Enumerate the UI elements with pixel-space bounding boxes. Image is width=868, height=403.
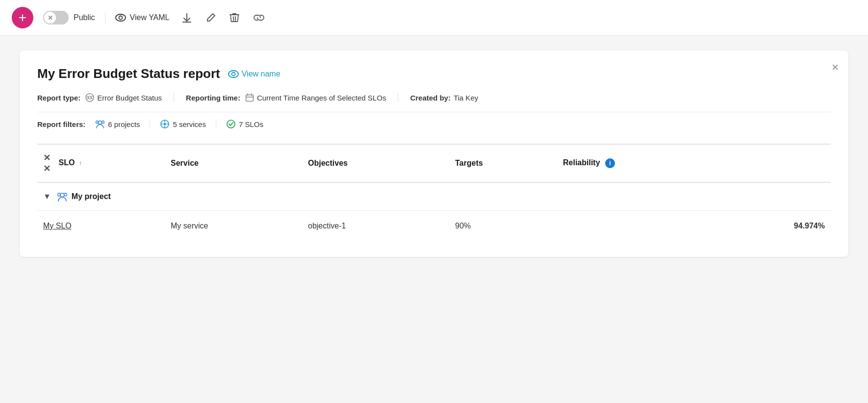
project-row: ▼ My project bbox=[37, 182, 831, 211]
svg-point-6 bbox=[99, 121, 102, 125]
reliability-column-label: Reliability bbox=[563, 158, 600, 167]
svg-point-3 bbox=[231, 72, 235, 76]
report-meta: Report type: Error Budget Status Reporti… bbox=[37, 93, 831, 112]
th-targets: Targets bbox=[449, 144, 557, 182]
created-by-value: Tia Key bbox=[454, 94, 478, 102]
svg-point-11 bbox=[227, 120, 235, 128]
objectives-column-label: Objectives bbox=[308, 159, 348, 167]
trash-icon bbox=[230, 12, 239, 23]
slos-icon bbox=[226, 119, 236, 129]
add-button[interactable]: + bbox=[12, 7, 33, 28]
projects-icon bbox=[95, 120, 105, 128]
link-button[interactable] bbox=[251, 12, 267, 23]
report-filters: Report filters: 6 projects 5 services bbox=[37, 119, 831, 129]
report-type-label: Report type: bbox=[37, 94, 80, 102]
project-name: My project bbox=[72, 192, 111, 201]
view-yaml-button[interactable]: View YAML bbox=[115, 13, 170, 22]
slo-cell: My SLO bbox=[37, 211, 165, 242]
svg-point-0 bbox=[116, 14, 126, 21]
project-chevron-icon[interactable]: ▼ bbox=[43, 192, 51, 201]
svg-point-10 bbox=[164, 123, 166, 126]
eye-icon bbox=[115, 14, 126, 22]
delete-button[interactable] bbox=[228, 10, 241, 25]
svg-point-8 bbox=[102, 121, 104, 124]
meta-created-by: Created by: Tia Key bbox=[410, 94, 490, 102]
link-icon bbox=[253, 14, 265, 21]
report-card: × My Error Budget Status report View nam… bbox=[20, 50, 848, 257]
table-header-row: ✕✕ SLO ↑ Service Objectives Targets Reli bbox=[37, 144, 831, 182]
toolbar-divider-1 bbox=[105, 12, 105, 24]
slo-column-label: SLO bbox=[58, 158, 75, 167]
report-title: My Error Budget Status report bbox=[37, 66, 220, 81]
th-service: Service bbox=[165, 144, 302, 182]
created-by-label: Created by: bbox=[410, 94, 451, 102]
project-cell: ▼ My project bbox=[43, 192, 825, 202]
download-icon bbox=[181, 12, 192, 23]
view-name-eye-icon bbox=[228, 70, 239, 78]
toggle-knob: ✕ bbox=[44, 12, 56, 24]
th-objectives: Objectives bbox=[302, 144, 449, 182]
report-type-icon bbox=[85, 93, 94, 102]
report-table: ✕✕ SLO ↑ Service Objectives Targets Reli bbox=[37, 144, 831, 241]
report-type-value: Error Budget Status bbox=[97, 94, 162, 102]
services-icon bbox=[160, 119, 170, 129]
public-toggle[interactable]: ✕ bbox=[43, 11, 69, 25]
filter-services: 5 services bbox=[160, 119, 216, 129]
svg-point-2 bbox=[229, 71, 238, 77]
service-column-label: Service bbox=[171, 159, 199, 167]
th-slo: ✕✕ SLO ↑ bbox=[37, 144, 165, 182]
targets-column-label: Targets bbox=[455, 159, 483, 167]
sort-arrow-icon[interactable]: ↑ bbox=[79, 160, 82, 167]
edit-icon bbox=[206, 13, 216, 23]
slo-link[interactable]: My SLO bbox=[43, 222, 72, 230]
filter-slos: 7 SLOs bbox=[226, 119, 273, 129]
filter-projects: 6 projects bbox=[95, 120, 150, 128]
svg-point-7 bbox=[96, 121, 99, 124]
svg-point-4 bbox=[86, 94, 94, 101]
toggle-container: ✕ Public bbox=[43, 11, 95, 25]
toolbar: + ✕ Public View YAML bbox=[0, 0, 868, 36]
reliability-cell: 94.974% bbox=[557, 211, 831, 242]
toggle-x-icon: ✕ bbox=[48, 14, 53, 22]
calendar-icon bbox=[245, 93, 254, 102]
meta-report-type: Report type: Error Budget Status bbox=[37, 93, 174, 102]
projects-count: 6 projects bbox=[108, 120, 140, 128]
objectives-cell: objective-1 bbox=[302, 211, 449, 242]
project-group-icon bbox=[57, 192, 68, 202]
svg-rect-5 bbox=[246, 95, 253, 101]
targets-cell: 90% bbox=[449, 211, 557, 242]
svg-point-12 bbox=[60, 193, 64, 197]
collapse-all-icon[interactable]: ✕✕ bbox=[43, 152, 51, 174]
download-button[interactable] bbox=[179, 10, 194, 25]
meta-reporting-time: Reporting time: Current Time Ranges of S… bbox=[186, 93, 398, 102]
view-yaml-label: View YAML bbox=[130, 13, 170, 22]
reporting-time-value: Current Time Ranges of Selected SLOs bbox=[257, 94, 386, 102]
reliability-info-icon[interactable]: i bbox=[605, 158, 615, 168]
view-name-label: View name bbox=[242, 70, 281, 78]
th-reliability: Reliability i bbox=[557, 144, 831, 182]
table-row: My SLO My service objective-1 90% 94.974… bbox=[37, 211, 831, 242]
reporting-time-label: Reporting time: bbox=[186, 94, 240, 102]
slos-count: 7 SLOs bbox=[239, 120, 263, 128]
close-button[interactable]: × bbox=[832, 60, 839, 74]
edit-button[interactable] bbox=[204, 11, 218, 25]
services-count: 5 services bbox=[173, 120, 206, 128]
toggle-label: Public bbox=[74, 13, 95, 22]
service-cell: My service bbox=[165, 211, 302, 242]
report-header: My Error Budget Status report View name bbox=[37, 66, 831, 81]
filters-label: Report filters: bbox=[37, 120, 85, 128]
main-content: × My Error Budget Status report View nam… bbox=[0, 36, 868, 403]
project-cell-container: ▼ My project bbox=[37, 182, 831, 211]
view-name-button[interactable]: View name bbox=[228, 70, 281, 78]
svg-point-1 bbox=[119, 16, 122, 20]
